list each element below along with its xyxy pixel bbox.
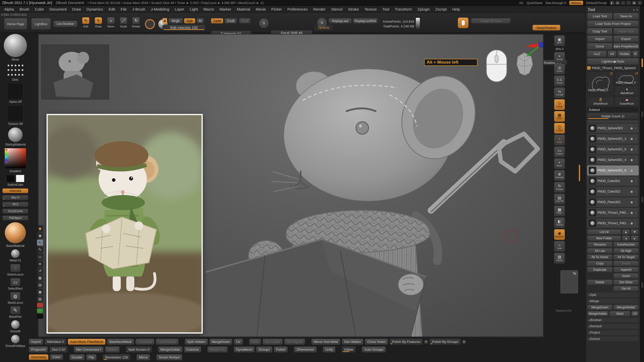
menu-picker[interactable]: Picker: [269, 6, 285, 13]
button-button[interactable]: [462, 340, 466, 344]
uv-button[interactable]: UV: [631, 311, 639, 316]
polish-by-features-button[interactable]: Polish By Features: [389, 339, 423, 345]
rgb-intensity-slider[interactable]: Rgb Intensity 100: [163, 25, 205, 31]
shelf-bpr-button[interactable]: ▣BPR: [554, 35, 565, 46]
smart-resym-button[interactable]: Smart ReSym: [156, 354, 182, 360]
sidebar-item-metal-01[interactable]: Metal 01: [10, 249, 21, 262]
shelf-l-sym-button[interactable]: ◫L.Sym: [554, 123, 565, 134]
eye-icon[interactable]: ◉: [630, 148, 633, 151]
all-low-button[interactable]: All Low: [587, 248, 613, 254]
color-button[interactable]: Color: [50, 354, 63, 360]
menu-help[interactable]: Help: [449, 6, 463, 13]
all-to-home-button[interactable]: All To Home: [587, 254, 613, 260]
shelf-dynamic-button[interactable]: ◉Dynamic: [554, 229, 565, 240]
quick-tool-icon[interactable]: ↖: [37, 239, 43, 246]
menu-alpha[interactable]: Alpha: [2, 6, 17, 13]
quick-tool-icon[interactable]: ●: [37, 260, 43, 267]
shelf-actual-button[interactable]: 1:1Actual: [554, 75, 565, 86]
menu-transform[interactable]: Transform: [392, 6, 415, 13]
flip-button[interactable]: Flip: [86, 354, 97, 360]
shelf-zoom-button[interactable]: ◎Zoom: [554, 64, 565, 75]
panel-scroll-indicator[interactable]: [579, 165, 580, 181]
rgb-button[interactable]: Rgb: [184, 18, 195, 24]
midvalue-0-button[interactable]: MidValue 0: [45, 339, 66, 345]
right-edge-scrollbar[interactable]: [640, 6, 644, 362]
subtool-row-pm3d-plane3d1[interactable]: PM3D_Plane3D1◉⋮: [587, 197, 639, 207]
weld-button[interactable]: Weld: [609, 311, 631, 316]
menu-color[interactable]: Color: [32, 6, 47, 13]
save-as-button[interactable]: Save As: [613, 13, 639, 20]
m-button[interactable]: M: [196, 18, 204, 24]
menu-layer[interactable]: Layer: [172, 6, 187, 13]
sidebar-item-gradient[interactable]: Gradient: [5, 148, 26, 173]
polish-button[interactable]: Polish: [274, 346, 288, 353]
list-all-button[interactable]: List All: [587, 229, 621, 235]
project-button[interactable]: Project: [587, 330, 639, 335]
subtool-row-pm3d-sphere3d1-4[interactable]: PM3D_Sphere3D1_4◉⋮: [587, 155, 639, 165]
subtool-row-pm3d-cube3d2[interactable]: PM3D_Cube3D2◉⋮: [587, 187, 639, 197]
item-button[interactable]: ◂: [622, 236, 630, 241]
secondary-tool-thumbnail[interactable]: 22 PM3D_TPose1_P: [615, 71, 639, 85]
visible-button[interactable]: Visible: [617, 51, 631, 57]
polish-by-groups-button[interactable]: Polish By Groups: [429, 339, 461, 345]
subtool-row-pm3d-sphere3d1-6[interactable]: PM3D_Sphere3D1_6◉⋮: [587, 165, 639, 175]
subtool-menu-icon[interactable]: ⋮: [634, 148, 637, 151]
backfacemask-button[interactable]: BackfaceMask: [107, 339, 134, 345]
import-button[interactable]: Import: [587, 35, 613, 42]
del-lower-button[interactable]: Del Lower: [262, 339, 283, 345]
inflate-button[interactable]: Inflate: [342, 346, 356, 353]
panel-icon[interactable]: ◧: [610, 1, 614, 5]
del-all-button[interactable]: Del All: [613, 286, 639, 291]
menu-stencil[interactable]: Stencil: [328, 6, 345, 13]
subtool-row-pm3d-sphere3d3[interactable]: PM3D_Sphere3D3◉⋮: [587, 123, 639, 133]
menu-preferences[interactable]: Preferences: [285, 6, 310, 13]
quick-tool-icon[interactable]: ▦: [37, 275, 43, 281]
stroke-s-icon[interactable]: S: [259, 19, 268, 28]
mergedown-button[interactable]: MergeDown: [587, 305, 613, 310]
sidebar-item-selectrect[interactable]: ▭SelectRect: [8, 278, 23, 290]
sidebar-item-startupmaterial[interactable]: StartupMaterial: [5, 127, 25, 146]
uv-button[interactable]: Uv: [234, 339, 243, 345]
scale-mode-button[interactable]: ⤢Scale: [118, 17, 129, 31]
sidebar-item-smoothvalleys[interactable]: SmoothValleys: [5, 335, 25, 348]
replay-s-icon[interactable]: S: [317, 18, 327, 27]
subtool-menu-icon[interactable]: ⋮: [634, 179, 637, 183]
all-button[interactable]: All: [608, 51, 617, 57]
r-button[interactable]: R: [632, 51, 639, 57]
paste-button[interactable]: Paste: [613, 261, 639, 266]
eye-icon[interactable]: ◉: [630, 179, 633, 183]
import-button[interactable]: Import: [29, 339, 43, 345]
autoreorder-button[interactable]: AutoReorder: [613, 242, 639, 247]
split-button[interactable]: Split: [587, 292, 639, 298]
dist-0-02-button[interactable]: Dist 0.02: [49, 346, 68, 353]
document-thumbnail[interactable]: [41, 44, 109, 100]
menu-stroke[interactable]: Stroke: [345, 6, 361, 13]
home-icon[interactable]: ⌂: [621, 1, 625, 5]
menu-edit[interactable]: Edit: [106, 6, 118, 13]
zcut-button[interactable]: Zcut: [239, 18, 251, 24]
split-screen-0-button[interactable]: Split Screen 0: [126, 346, 152, 353]
subtool-menu-icon[interactable]: ⋮: [634, 211, 637, 214]
pin-icon[interactable]: ◆: [37, 225, 43, 232]
shelf-line-fill-button[interactable]: ▤Line Fill: [554, 194, 565, 205]
menu-material[interactable]: Material: [234, 6, 253, 13]
button-button[interactable]: [424, 340, 428, 344]
sidebar-item-move[interactable]: Move: [4, 34, 27, 61]
remesh-button[interactable]: Remesh: [587, 324, 639, 329]
eye-icon[interactable]: ◉: [630, 137, 633, 141]
quick-tool-icon[interactable]: ◉: [37, 232, 43, 239]
menu-j-modeling[interactable]: J-Modeling: [148, 6, 172, 13]
sidebar-item-switchcolor[interactable]: SwitchColor: [6, 175, 24, 187]
eye-icon[interactable]: ◉: [630, 200, 633, 204]
mirror-and-weld-button[interactable]: Mirror And Weld: [311, 339, 341, 345]
merge-button[interactable]: Merge: [587, 298, 639, 304]
move-mode-button[interactable]: +Move: [105, 17, 117, 31]
sidebar-item-maskpen[interactable]: ✎MaskPen: [9, 306, 22, 319]
item-button[interactable]: ▼: [631, 229, 639, 235]
quick-tool-icon[interactable]: ▣: [37, 289, 43, 295]
menu-document[interactable]: Document: [47, 6, 69, 13]
subtool-row-pm3d-tpose1-pm3d-sphere3[interactable]: PM3D_TPose1_PM3D_Sphere3◉⋮: [587, 218, 639, 228]
groups-button[interactable]: Groups: [256, 346, 272, 353]
eye-icon[interactable]: ◉: [630, 126, 633, 130]
sidebar-item-texture-off[interactable]: Texture Off: [7, 105, 23, 126]
